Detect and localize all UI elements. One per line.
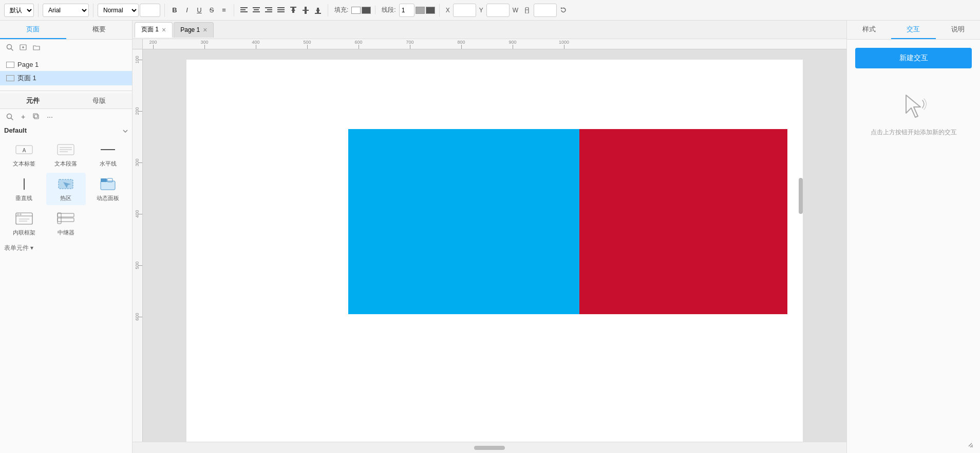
svg-rect-44 (101, 181, 115, 190)
tab-masters[interactable]: 母版 (66, 93, 133, 108)
page-item-page1[interactable]: Page 1 (0, 58, 132, 71)
ruler-vertical: 100200300400500600 (133, 49, 143, 442)
font-size-input[interactable]: 13 (140, 4, 160, 17)
canvas-content[interactable] (143, 49, 846, 442)
more-component-icon[interactable]: ··· (44, 111, 55, 122)
align-right-button[interactable] (263, 4, 274, 16)
list-button[interactable]: ≡ (218, 4, 230, 16)
underline-button[interactable]: U (194, 4, 205, 16)
component-horizontal-line[interactable]: 水平线 (88, 138, 128, 171)
svg-rect-20 (305, 7, 307, 14)
placeholder-text: 点击上方按钮开始添加新的交互 (871, 128, 957, 137)
lock-aspect-button[interactable] (521, 4, 533, 16)
component-vertical-line[interactable]: 垂直线 (4, 173, 44, 205)
canvas-tab-page1[interactable]: 页面 1 × (135, 22, 173, 38)
new-interaction-button[interactable]: 新建交互 (855, 48, 972, 68)
component-text-paragraph[interactable]: 文本段落 (46, 138, 86, 171)
text-paragraph-label: 文本段落 (54, 160, 77, 168)
dynamic-panel-icon (98, 176, 118, 192)
add-page-icon[interactable] (17, 42, 29, 53)
page-icon-2 (6, 75, 14, 81)
page-search-toolbar (0, 40, 132, 55)
y-label: Y (479, 7, 483, 14)
canvas-tab-close-2[interactable]: × (203, 26, 207, 34)
tab-interact[interactable]: 交互 (891, 21, 935, 39)
x-label: X (446, 7, 450, 14)
canvas-tab-page2[interactable]: Page 1 × (174, 22, 214, 38)
default-group-title[interactable]: Default (0, 124, 132, 136)
svg-rect-24 (525, 10, 529, 13)
style-dropdown[interactable]: 默认 (4, 4, 34, 17)
size-group: Normal 13 (98, 4, 165, 17)
bold-button[interactable]: B (169, 4, 180, 16)
components-section: 元件 母版 + ··· Default (0, 93, 132, 453)
add-component-icon[interactable]: + (17, 111, 29, 122)
tab-components[interactable]: 元件 (0, 93, 66, 108)
component-inline-frame[interactable]: 内联框架 (4, 207, 44, 240)
svg-line-32 (11, 118, 13, 120)
align-left-button[interactable] (238, 4, 250, 16)
align-justify-button[interactable] (275, 4, 287, 16)
stroke-color-swatch2[interactable] (426, 7, 435, 14)
x-input[interactable] (453, 4, 476, 17)
folder-icon[interactable] (31, 42, 42, 53)
page-item-page2[interactable]: 页面 1 (0, 71, 132, 85)
ruler-corner (133, 39, 143, 49)
stroke-width-input[interactable] (399, 4, 414, 17)
red-rectangle[interactable] (579, 129, 787, 314)
page-item-label-2: 页面 1 (17, 74, 36, 83)
align-center-button[interactable] (251, 4, 262, 16)
interaction-placeholder: 点击上方按钮开始添加新的交互 (871, 91, 957, 137)
blue-rectangle[interactable] (348, 129, 579, 314)
bottom-scrollbar[interactable] (137, 446, 842, 450)
canvas-scrollbar-handle[interactable] (799, 178, 803, 214)
reset-size-button[interactable] (558, 4, 569, 16)
italic-button[interactable]: I (181, 4, 193, 16)
fill-color-swatch[interactable] (351, 7, 361, 14)
align-bottom-button[interactable] (312, 4, 324, 16)
hotspot-icon (55, 176, 76, 192)
canvas-tabs: 页面 1 × Page 1 × (133, 21, 846, 39)
copy-component-icon[interactable] (31, 111, 42, 122)
canvas-tab-close-1[interactable]: × (162, 26, 166, 34)
tab-style[interactable]: 样式 (847, 21, 891, 39)
tab-outline[interactable]: 概要 (66, 21, 133, 39)
search-icon[interactable] (4, 42, 15, 53)
y-input[interactable] (486, 4, 510, 17)
canvas-scroll-area[interactable]: 2003004005006007008009001000 10020030040… (133, 39, 846, 442)
svg-rect-34 (33, 114, 37, 118)
stroke-color-swatch[interactable] (416, 7, 425, 14)
right-sidebar: 样式 交互 说明 新建交互 点击上方按钮开始添加新的交互 (846, 21, 980, 453)
stroke-group: 线段: (380, 4, 439, 17)
component-repeater[interactable]: 中继器 (46, 207, 86, 240)
tab-note[interactable]: 说明 (936, 21, 980, 39)
bottom-scrollbar-thumb[interactable] (474, 446, 505, 450)
canvas-area: 页面 1 × Page 1 × 200300400500600700800900… (133, 21, 846, 453)
svg-rect-10 (265, 11, 272, 12)
horizontal-line-icon (98, 141, 118, 158)
svg-rect-1 (240, 9, 246, 10)
svg-marker-18 (291, 8, 295, 11)
component-hotspot[interactable]: 热区 (46, 173, 86, 205)
fill-color-swatch2[interactable] (362, 7, 371, 14)
svg-rect-4 (253, 7, 260, 8)
tab-pages[interactable]: 页面 (0, 21, 66, 39)
align-middle-button[interactable] (300, 4, 311, 16)
size-dropdown[interactable]: Normal (98, 4, 139, 17)
font-dropdown[interactable]: Arial (43, 4, 89, 17)
left-sidebar: 页面 概要 Page 1 页面 1 (0, 21, 133, 453)
component-dynamic-panel[interactable]: 动态面板 (88, 173, 128, 205)
page-list: Page 1 页面 1 (0, 55, 132, 88)
components-grid: A 文本标签 文本段落 水平线 (0, 136, 132, 242)
horizontal-line-label: 水平线 (100, 160, 117, 168)
more-items[interactable]: 表单元件 ▾ (0, 242, 132, 255)
h-label-input[interactable] (534, 4, 557, 17)
strikethrough-button[interactable]: S (206, 4, 217, 16)
align-group (238, 4, 328, 16)
sidebar-divider (0, 90, 132, 91)
components-search-icon[interactable] (4, 111, 15, 122)
inline-frame-label: 内联框架 (13, 229, 35, 237)
repeater-label: 中继器 (58, 229, 74, 237)
align-top-button[interactable] (288, 4, 299, 16)
component-text-label[interactable]: A 文本标签 (4, 138, 44, 171)
